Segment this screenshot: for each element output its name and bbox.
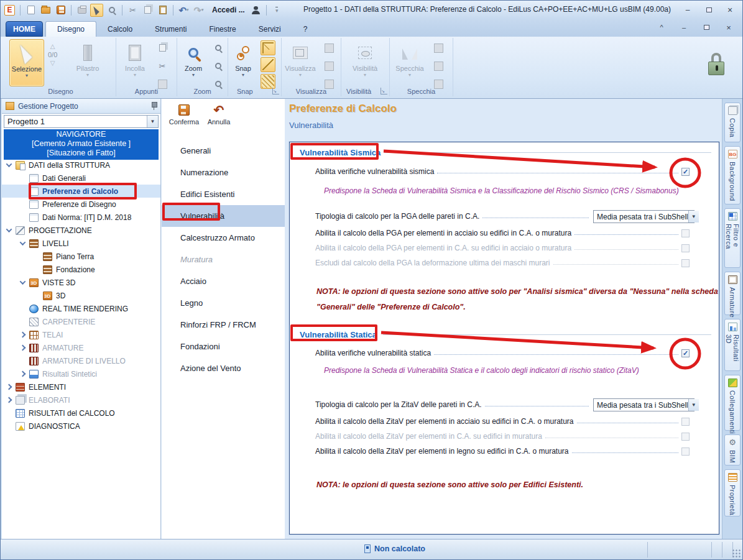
view-panes-button[interactable] [321, 58, 336, 73]
menu-item-azione-del-vento[interactable]: Azione del Vento [162, 357, 285, 379]
customize-qat-button[interactable]: ▾ [270, 4, 284, 17]
menu-item-generali[interactable]: Generali [162, 140, 285, 162]
chevron-down-icon[interactable]: ▼ [147, 116, 158, 127]
chevron-down-icon[interactable] [6, 226, 12, 232]
conferma-button[interactable]: Conferma [167, 104, 201, 126]
right-tab-proprieta[interactable]: Proprietà [724, 469, 741, 516]
down-triangle-icon[interactable]: ▽ [50, 60, 55, 67]
tree-item-piano-terra[interactable]: Piano Terra [2, 250, 160, 263]
tree-item-real-time-rendering[interactable]: REAL TIME RENDERING [2, 302, 160, 315]
pin-icon[interactable] [151, 102, 157, 110]
checkbox-abilita-statica[interactable] [681, 349, 690, 357]
login-button[interactable]: Accedi ... [212, 6, 245, 14]
tree-item-carpenterie[interactable]: CARPENTERIE [2, 315, 160, 328]
document-minimize-button[interactable]: – [676, 23, 691, 32]
snap-diagonal-toggle[interactable] [261, 57, 275, 72]
chevron-down-icon[interactable]: ▼ [688, 211, 699, 223]
tree-item-armature[interactable]: ARMATURE [2, 341, 160, 354]
menu-item-fondazioni[interactable]: Fondazioni [162, 336, 285, 357]
tree-item-telai[interactable]: TELAI [2, 328, 160, 341]
document-restore-button[interactable] [699, 23, 714, 32]
up-triangle-icon[interactable]: △ [50, 43, 55, 50]
zoom-tool-button[interactable] [105, 4, 118, 17]
checkbox-zitav-legno[interactable] [681, 448, 690, 456]
copy-button[interactable] [141, 4, 154, 17]
right-tab-filtro-e-ricerca[interactable]: Filtro e Ricerca [724, 208, 741, 268]
specchia-button[interactable]: Specchia▼ [392, 39, 427, 86]
select-tool-button[interactable] [90, 4, 103, 17]
view-3d-button[interactable] [321, 40, 336, 55]
menu-item-acciaio[interactable]: Acciaio [162, 270, 285, 292]
tree-item-dati-generali[interactable]: Dati Generali [2, 172, 160, 185]
chevron-right-icon[interactable] [20, 332, 26, 338]
minimize-button[interactable]: – [680, 4, 695, 15]
tree-item-progettazione[interactable]: PROGETTAZIONE [2, 224, 160, 237]
chevron-down-icon[interactable]: ▼ [688, 399, 699, 411]
chevron-right-icon[interactable] [6, 384, 12, 390]
right-tab-copia[interactable]: Copia [724, 103, 741, 142]
open-button[interactable] [39, 4, 52, 17]
close-button[interactable]: × [722, 4, 737, 15]
snap-corner-toggle[interactable] [261, 40, 275, 55]
redo-button[interactable]: ↷▾ [192, 4, 205, 17]
zoom-button[interactable]: Zoom▼ [178, 39, 208, 86]
document-close-button[interactable]: × [721, 23, 736, 32]
zoom-extents-button[interactable] [211, 58, 226, 73]
collapse-ribbon-button[interactable]: ^ [654, 23, 669, 32]
menu-item-numerazione[interactable]: Numerazione [162, 162, 285, 183]
chevron-right-icon[interactable] [20, 345, 26, 351]
visualizza-button[interactable]: Visualizza▼ [283, 39, 318, 86]
cut-button[interactable]: ✂ [126, 4, 139, 17]
chevron-down-icon[interactable] [6, 161, 12, 167]
tree-item-armature-di-livello[interactable]: ARMATURE DI LIVELLO [2, 354, 160, 367]
save-button[interactable] [54, 4, 67, 17]
right-tab-risultati-3d[interactable]: Risultati 3D [724, 319, 741, 371]
right-tab-bim[interactable]: ⚙BIM [724, 434, 741, 466]
visibilita-button[interactable]: Visibilità▼ [348, 39, 382, 86]
menu-item-muratura[interactable]: Muratura [162, 249, 285, 270]
checkbox-zitav-acciaio[interactable] [681, 418, 690, 426]
restore-button[interactable] [701, 4, 716, 15]
tab-disegno[interactable]: Disegno [45, 21, 96, 37]
snap-button[interactable]: Snap▼ [228, 39, 258, 86]
incolla-button[interactable]: Incolla▼ [119, 39, 151, 86]
chevron-right-icon[interactable] [20, 371, 26, 377]
select-tipologia-pga[interactable]: Media pesata tra i SubShell ▼ [593, 210, 695, 223]
copy-button[interactable] [155, 40, 170, 55]
select-tipologia-zitav[interactable]: Media pesata tra i SubShell ▼ [593, 398, 695, 411]
tab-strumenti[interactable]: Strumenti [144, 21, 198, 37]
tree-item-livelli[interactable]: LIVELLI [2, 237, 160, 250]
tree-item-elaborati[interactable]: ELABORATI [2, 393, 160, 406]
undo-button[interactable]: ↶▾ [177, 4, 190, 17]
chevron-down-icon[interactable] [20, 239, 26, 246]
tab-servizi[interactable]: Servizi [247, 21, 292, 37]
mirror-horizontal-button[interactable] [431, 40, 446, 55]
print-button[interactable] [75, 4, 88, 17]
tab-help[interactable]: ? [292, 21, 319, 37]
right-tab-armature[interactable]: Armature [724, 272, 741, 315]
menu-item-edifici-esistenti[interactable]: Edifici Esistenti [162, 183, 285, 205]
selezione-button[interactable]: Selezione▼ [9, 39, 44, 86]
menu-item-legno[interactable]: Legno [162, 292, 285, 314]
tab-calcolo[interactable]: Calcolo [96, 21, 144, 37]
annulla-button[interactable]: ↶ Annulla [203, 104, 235, 126]
tree-item-preferenze-di-calcolo[interactable]: Preferenze di Calcolo [2, 185, 160, 198]
tree-item-dati-norma[interactable]: Dati Norma: [IT] D.M. 2018 [2, 211, 160, 224]
tab-home[interactable]: HOME [6, 21, 43, 37]
chevron-right-icon[interactable] [6, 397, 12, 403]
menu-item-rinforzi-frp-frcm[interactable]: Rinforzi FRP / FRCM [162, 314, 285, 336]
cut-button[interactable]: ✂ [155, 58, 170, 73]
snap-grid-toggle[interactable] [261, 74, 275, 89]
level-stepper[interactable]: △ 0/0 ▽ [48, 43, 57, 67]
menu-item-calcestruzzo-armato[interactable]: Calcestruzzo Armato [162, 227, 285, 249]
tree-item-viste-3d[interactable]: VISTE 3D [2, 276, 160, 289]
project-select[interactable]: Progetto 1 ▼ [4, 115, 159, 128]
tree-item-preferenze-di-disegno[interactable]: Preferenze di Disegno [2, 198, 160, 211]
menu-item-vulnerabilita[interactable]: Vulnerabilità [162, 205, 285, 227]
new-document-button[interactable] [24, 4, 37, 17]
pilastro-button[interactable]: Pilastro▼ [70, 39, 105, 86]
tree-item-risultati-sintetici[interactable]: Risultati Sintetici [2, 367, 160, 380]
paste-button[interactable] [156, 4, 169, 17]
right-tab-collegamenti[interactable]: Collegamenti [724, 375, 741, 431]
tab-finestre[interactable]: Finestre [198, 21, 247, 37]
